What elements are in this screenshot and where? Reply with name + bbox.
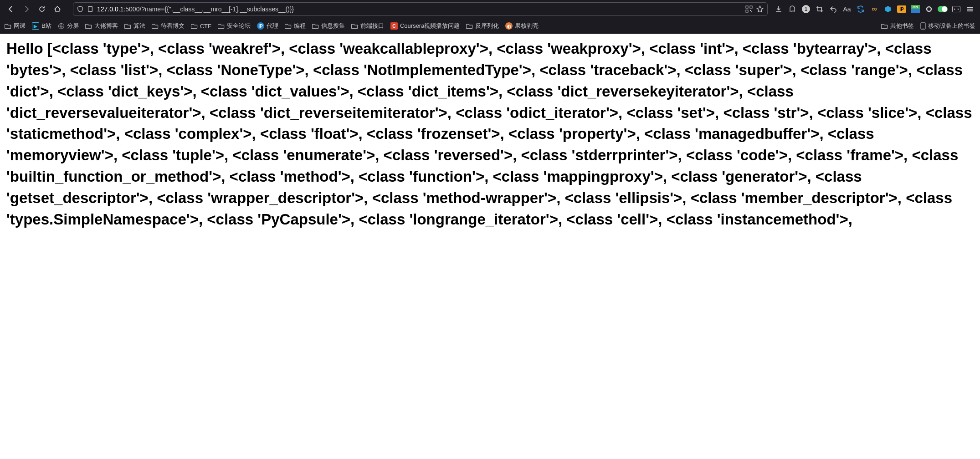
svg-point-12 [923, 28, 924, 29]
folder-icon [5, 23, 11, 30]
bookmark-item[interactable]: 安全论坛 [218, 22, 251, 30]
reader-label: Aa [843, 5, 851, 13]
reload-icon [38, 5, 46, 13]
bookmark-label: 待看博文 [161, 22, 185, 30]
back-button[interactable] [4, 2, 18, 16]
undo-ext-button[interactable] [827, 3, 840, 15]
folder-icon [191, 23, 198, 30]
hex-ext-button[interactable] [882, 3, 894, 15]
folder-icon [285, 23, 292, 30]
devtools-icon [952, 6, 960, 12]
infinity-icon: ∞ [872, 5, 877, 13]
bookmark-item[interactable]: CTF [191, 23, 211, 30]
page-body-text: Hello [<class 'type'>, <class 'weakref'>… [6, 40, 972, 228]
home-button[interactable] [50, 2, 65, 16]
bookmarks-left-group: 网课▶B站分屏大佬博客算法待看博文CTF安全论坛IP代理编程信息搜集前端接口CC… [5, 22, 875, 30]
crop-icon [816, 5, 823, 13]
svg-rect-0 [88, 6, 92, 11]
download-icon [775, 5, 782, 13]
bookmark-label: 移动设备上的书签 [928, 22, 975, 30]
bookmark-item[interactable]: IP代理 [257, 22, 278, 30]
infinity-ext-button[interactable]: ∞ [868, 3, 881, 15]
folder-icon [85, 23, 92, 30]
record-ext-button[interactable] [923, 3, 935, 15]
bookmark-item[interactable]: 分屏 [58, 22, 79, 30]
arrow-left-icon [7, 5, 15, 13]
bookmark-item[interactable]: ◐果核剥壳 [505, 22, 539, 30]
nav-buttons-group [4, 2, 65, 16]
onoff-ext-button[interactable]: ON [909, 3, 922, 15]
tab-count-badge[interactable]: 1 [800, 3, 812, 15]
reload-button[interactable] [35, 2, 49, 16]
sync-icon [857, 5, 864, 13]
qr-icon[interactable] [745, 5, 753, 13]
page-content[interactable]: Hello [<class 'type'>, <class 'weakref'>… [0, 34, 980, 459]
bookmark-item[interactable]: 反序列化 [466, 22, 499, 30]
toolbar-right-icons: 1 Aa ∞ IP [772, 3, 976, 15]
bookmark-item[interactable]: 编程 [285, 22, 306, 30]
svg-point-6 [927, 7, 931, 11]
bookmark-label: 分屏 [67, 22, 79, 30]
bookmark-label: 安全论坛 [227, 22, 251, 30]
bookmark-item[interactable]: 算法 [124, 22, 145, 30]
svg-rect-1 [746, 6, 748, 8]
hamburger-icon [966, 5, 974, 13]
url-port: :5000 [123, 5, 139, 13]
devtools-ext-button[interactable] [950, 3, 963, 15]
bookmark-item[interactable]: 大佬博客 [85, 22, 118, 30]
url-text: 127.0.0.1:5000/?name={{''.__class__.__mr… [97, 5, 742, 13]
bookmark-label: Coursera视频播放问题 [400, 22, 460, 30]
bookmark-label: 编程 [294, 22, 306, 30]
bookmark-label: 前端接口 [360, 22, 384, 30]
browser-chrome: 127.0.0.1:5000/?name={{''.__class__.__mr… [0, 0, 980, 34]
arrow-right-icon [23, 5, 30, 13]
svg-rect-5 [751, 11, 752, 12]
globe-icon [58, 23, 65, 30]
bookmark-label: 反序列化 [475, 22, 499, 30]
bookmark-label: 代理 [267, 22, 278, 30]
ip-ext-label: IP [897, 5, 906, 13]
toggle-ext-button[interactable] [936, 3, 949, 15]
download-button[interactable] [772, 3, 785, 15]
shield-icon [77, 6, 83, 12]
url-bar[interactable]: 127.0.0.1:5000/?name={{''.__class__.__mr… [73, 2, 768, 16]
bookmark-item[interactable]: CCoursera视频播放问题 [390, 22, 460, 30]
bookmark-label: CTF [200, 23, 211, 30]
bookmark-item[interactable]: ▶B站 [32, 22, 51, 30]
reader-mode-button[interactable]: Aa [841, 3, 853, 15]
url-path: /?name={{''.__class__.__mro__[-1].__subc… [139, 5, 294, 13]
svg-rect-4 [750, 10, 751, 11]
bookmark-item[interactable]: 信息搜集 [312, 22, 345, 30]
bookmarks-right-group: 其他书签移动设备上的书签 [881, 22, 975, 30]
svg-rect-3 [746, 10, 748, 12]
folder-icon [152, 23, 159, 30]
undo-icon [830, 5, 837, 13]
folder-icon [466, 23, 473, 30]
folder-icon [312, 23, 319, 30]
mobile-icon [920, 22, 926, 30]
folder-icon [881, 23, 888, 30]
ip-ext-button[interactable]: IP [895, 3, 908, 15]
bookmark-label: 其他书签 [890, 22, 914, 30]
bookmark-item[interactable]: 网课 [5, 22, 26, 30]
page-icon [87, 6, 93, 12]
tab-count-value: 1 [802, 5, 810, 13]
bookmark-item[interactable]: 前端接口 [351, 22, 384, 30]
bookmarks-bar: 网课▶B站分屏大佬博客算法待看博文CTF安全论坛IP代理编程信息搜集前端接口CC… [0, 18, 980, 34]
circle-ring-icon [925, 5, 933, 13]
bookmark-item[interactable]: 待看博文 [152, 22, 185, 30]
forward-button[interactable] [19, 2, 34, 16]
sync-ext-button[interactable] [854, 3, 867, 15]
crop-ext-button[interactable] [813, 3, 826, 15]
bookmark-star-icon[interactable] [756, 5, 764, 13]
account-button[interactable] [786, 3, 799, 15]
bookmark-label: B站 [41, 22, 51, 30]
nav-toolbar: 127.0.0.1:5000/?name={{''.__class__.__mr… [0, 0, 980, 18]
on-ext-label: ON [911, 5, 920, 9]
bookmark-item[interactable]: 其他书签 [881, 22, 914, 30]
bookmark-item[interactable]: 移动设备上的书签 [920, 22, 975, 30]
bookmark-label: 网课 [14, 22, 26, 30]
url-host: 127.0.0.1 [97, 5, 123, 13]
hamburger-menu-button[interactable] [964, 3, 976, 15]
svg-rect-2 [750, 6, 752, 8]
